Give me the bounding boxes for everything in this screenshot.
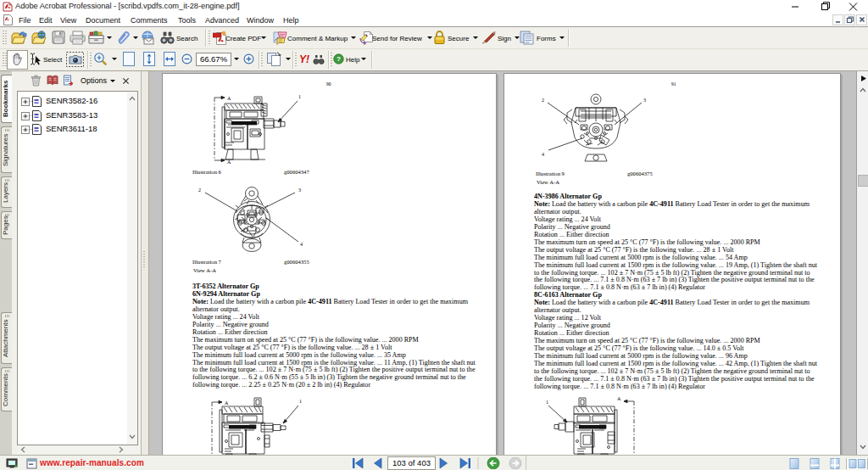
svg-text:3: 3 [298, 187, 301, 193]
svg-text:A: A [227, 159, 231, 165]
svg-text:1: 1 [298, 94, 301, 99]
svg-text:4: 4 [300, 242, 303, 247]
svg-text:A: A [617, 396, 621, 401]
svg-text:?: ? [337, 55, 341, 63]
svg-text:A: A [227, 96, 231, 101]
svg-text:2: 2 [542, 98, 544, 103]
svg-text:4: 4 [542, 152, 544, 157]
svg-text:A: A [225, 400, 229, 406]
svg-text:2: 2 [198, 187, 201, 193]
svg-text:1: 1 [299, 399, 302, 404]
svg-text:3: 3 [643, 98, 646, 103]
svg-text:1: 1 [546, 400, 548, 405]
